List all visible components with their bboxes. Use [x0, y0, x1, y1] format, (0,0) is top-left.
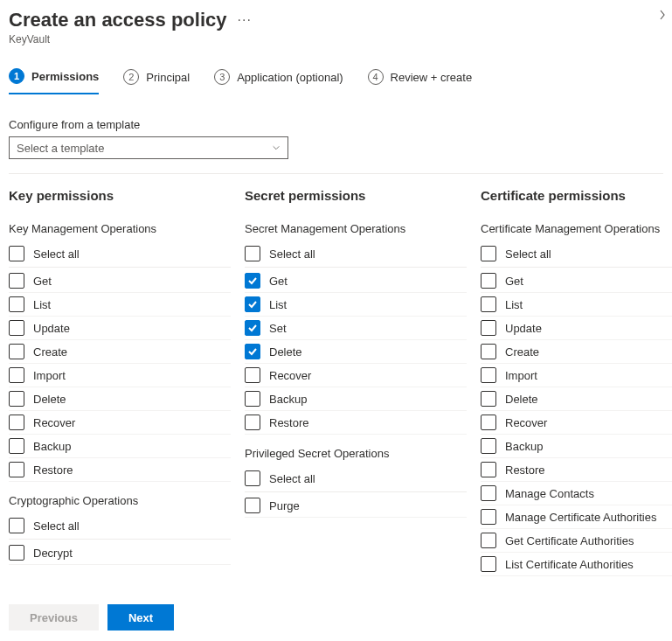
select-all-row[interactable]: Select all	[481, 242, 672, 268]
permission-row[interactable]: Restore	[9, 458, 231, 482]
checkbox-icon[interactable]	[9, 545, 24, 561]
more-icon[interactable]: ···	[237, 12, 251, 28]
permission-row[interactable]: Get	[245, 269, 467, 293]
checkbox-icon[interactable]	[481, 533, 496, 548]
permission-row[interactable]: Recover	[245, 364, 467, 387]
checkbox-icon[interactable]	[9, 246, 24, 261]
checkbox-icon[interactable]	[481, 509, 496, 525]
checkbox-icon[interactable]	[245, 470, 260, 486]
checkbox-icon[interactable]	[245, 320, 260, 336]
permission-row[interactable]: Restore	[245, 411, 467, 435]
checkbox-label: Select all	[269, 472, 315, 485]
checkbox-icon[interactable]	[481, 485, 496, 501]
permission-row[interactable]: Import	[9, 364, 231, 387]
permission-row[interactable]: Backup	[481, 435, 672, 458]
checkbox-icon[interactable]	[245, 415, 260, 430]
checkbox-icon[interactable]	[9, 320, 24, 336]
select-all-row[interactable]: Select all	[245, 242, 467, 268]
checkbox-icon[interactable]	[9, 518, 24, 533]
chevron-down-icon	[272, 143, 281, 152]
checkbox-label: Create	[505, 345, 539, 359]
checkbox-label: Decrypt	[33, 547, 73, 560]
tab-number: 3	[214, 69, 230, 85]
permission-row[interactable]: List Certificate Authorities	[481, 553, 672, 576]
permission-row[interactable]: Backup	[245, 387, 467, 411]
checkbox-label: Restore	[505, 463, 545, 477]
permission-row[interactable]: List	[9, 293, 231, 317]
checkbox-icon[interactable]	[481, 344, 496, 359]
checkbox-icon[interactable]	[481, 320, 496, 336]
checkbox-icon[interactable]	[245, 498, 260, 513]
permission-row[interactable]: Create	[9, 340, 231, 364]
permission-row[interactable]: Get Certificate Authorities	[481, 529, 672, 553]
checkbox-icon[interactable]	[9, 296, 24, 312]
checkbox-icon[interactable]	[245, 296, 260, 312]
permission-row[interactable]: Manage Certificate Authorities	[481, 505, 672, 529]
permission-row[interactable]: Recover	[9, 411, 231, 435]
permission-row[interactable]: Get	[9, 269, 231, 293]
checkbox-icon[interactable]	[245, 367, 260, 383]
permission-row[interactable]: Decrypt	[9, 541, 231, 565]
checkbox-label: Recover	[505, 416, 547, 429]
checkbox-icon[interactable]	[481, 391, 496, 407]
checkbox-icon[interactable]	[245, 344, 260, 359]
permission-row[interactable]: List	[481, 293, 672, 317]
checkbox-icon[interactable]	[9, 391, 24, 407]
checkbox-icon[interactable]	[481, 415, 496, 430]
checkbox-icon[interactable]	[9, 367, 24, 383]
checkbox-icon[interactable]	[481, 462, 496, 477]
permission-row[interactable]: Manage Contacts	[481, 482, 672, 505]
checkbox-icon[interactable]	[245, 246, 260, 261]
checkbox-label: Set	[269, 322, 287, 335]
permission-row[interactable]: Purge	[245, 494, 467, 518]
page-title: Create an access policy	[9, 9, 226, 31]
permission-row[interactable]: Delete	[245, 340, 467, 364]
checkbox-icon[interactable]	[245, 391, 260, 407]
permission-row[interactable]: Recover	[481, 411, 672, 435]
template-label: Configure from a template	[9, 118, 663, 131]
checkbox-label: Manage Certificate Authorities	[505, 511, 656, 524]
select-all-row[interactable]: Select all	[9, 242, 231, 268]
checkbox-icon[interactable]	[9, 462, 24, 477]
tab-application-optional-[interactable]: 3Application (optional)	[214, 68, 343, 94]
checkbox-label: Select all	[505, 247, 551, 261]
checkbox-icon[interactable]	[481, 273, 496, 289]
key-permissions-heading: Key permissions	[9, 188, 231, 203]
checkbox-icon[interactable]	[9, 438, 24, 454]
checkbox-label: Select all	[33, 519, 80, 533]
checkbox-icon[interactable]	[245, 273, 260, 289]
checkbox-icon[interactable]	[9, 273, 24, 289]
checkbox-label: Import	[33, 369, 66, 382]
checkbox-icon[interactable]	[481, 438, 496, 454]
permission-row[interactable]: Backup	[9, 435, 231, 458]
checkbox-icon[interactable]	[481, 296, 496, 312]
tab-permissions[interactable]: 1Permissions	[9, 68, 99, 94]
permission-group-title: Certificate Management Operations	[481, 222, 672, 235]
tab-principal[interactable]: 2Principal	[123, 68, 190, 94]
wizard-footer: Previous Next	[0, 594, 672, 641]
checkbox-icon[interactable]	[481, 367, 496, 383]
select-all-row[interactable]: Select all	[9, 514, 231, 540]
checkbox-label: Select all	[269, 247, 315, 261]
select-all-row[interactable]: Select all	[245, 467, 467, 492]
permission-row[interactable]: Restore	[481, 458, 672, 482]
permission-row[interactable]: Create	[481, 340, 672, 364]
tab-review-create[interactable]: 4Review + create	[368, 68, 473, 94]
checkbox-icon[interactable]	[481, 246, 496, 261]
checkbox-icon[interactable]	[9, 344, 24, 359]
checkbox-icon[interactable]	[481, 556, 496, 572]
permission-row[interactable]: Import	[481, 364, 672, 387]
checkbox-label: Backup	[33, 440, 71, 453]
next-button[interactable]: Next	[107, 604, 174, 631]
permission-row[interactable]: Delete	[481, 387, 672, 411]
checkbox-label: Restore	[33, 463, 73, 477]
permission-row[interactable]: Delete	[9, 387, 231, 411]
close-icon[interactable]	[658, 9, 667, 24]
permission-row[interactable]: Update	[481, 317, 672, 340]
permission-row[interactable]: Set	[245, 317, 467, 340]
permission-row[interactable]: Get	[481, 269, 672, 293]
template-select[interactable]: Select a template	[9, 136, 288, 159]
permission-row[interactable]: Update	[9, 317, 231, 340]
permission-row[interactable]: List	[245, 293, 467, 317]
checkbox-icon[interactable]	[9, 415, 24, 430]
